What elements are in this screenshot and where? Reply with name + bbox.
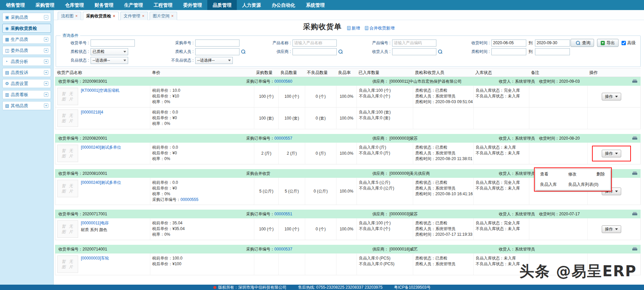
print-icon[interactable] xyxy=(632,171,637,176)
purchase-order-link[interactable]: 00000560 xyxy=(274,79,292,84)
expand-icon[interactable]: + xyxy=(44,48,48,53)
advanced-checkbox-label[interactable]: 高级 xyxy=(622,40,636,46)
print-icon[interactable] xyxy=(632,136,637,141)
query-select[interactable]: --请选择-- xyxy=(195,57,233,64)
purchase-order-link[interactable]: 00000551 xyxy=(274,212,292,216)
nav-item[interactable]: 系统管理 xyxy=(301,0,330,10)
query-input[interactable] xyxy=(292,40,337,47)
tab-close-icon[interactable]: × xyxy=(75,14,78,18)
tab-close-icon[interactable]: × xyxy=(171,14,174,18)
table-header-row: 收货产品名称单价采购数量良品数量不良品数量良品率已入库数量质检和收货人员入库状态… xyxy=(55,68,641,77)
sidebar-item[interactable]: ◉采购收货质检 xyxy=(2,24,51,33)
purchase-order-link[interactable]: 00000555 xyxy=(180,197,198,202)
sidebar-item[interactable]: ▤品质投诉+ xyxy=(2,68,51,77)
operation-button[interactable]: 操作 xyxy=(602,93,621,100)
query-input[interactable] xyxy=(195,40,239,47)
receipt-number: 收货单编号：20200717001 xyxy=(55,211,243,217)
price-cell: 税前单价：0.0税后单价：¥0税率：0% xyxy=(150,143,254,164)
merge-add-button[interactable]: 合并收货新增 xyxy=(365,25,395,31)
query-input[interactable] xyxy=(292,48,337,55)
nav-item[interactable]: 办公自动化 xyxy=(266,0,301,10)
add-button[interactable]: 新增 xyxy=(347,25,360,31)
tab[interactable]: 流程图× xyxy=(58,12,81,20)
expand-icon[interactable]: + xyxy=(44,103,48,108)
expand-icon[interactable]: + xyxy=(44,70,48,75)
print-icon[interactable] xyxy=(632,247,637,251)
nav-item[interactable]: 人力资源 xyxy=(237,0,266,10)
collapse-icon[interactable]: − xyxy=(44,15,48,19)
product-link[interactable]: [00000011]电容 xyxy=(81,221,109,225)
main-content: 流程图×采购收货质检×文件管理×图片空间× 采购收货单 新增合并收货新增 查询条… xyxy=(54,10,644,290)
receipt-group-header: 收货单编号：20200903001采购订单编号：00000560供应商： [00… xyxy=(55,77,641,86)
menu-item[interactable]: 删除 xyxy=(592,169,610,179)
nav-item[interactable]: 品质管理 xyxy=(207,0,237,10)
query-input[interactable] xyxy=(91,40,135,47)
sidebar-item[interactable]: ▧其他品质+ xyxy=(2,101,51,110)
query-select[interactable]: --请选择-- xyxy=(91,57,128,64)
query-input[interactable] xyxy=(392,48,436,55)
tab-close-icon[interactable]: × xyxy=(142,14,145,18)
nav-item[interactable]: 仓库管理 xyxy=(60,0,89,10)
nav-item[interactable]: 工程管理 xyxy=(148,0,178,10)
price-cell: 税前单价：0.0税后单价：¥0税率：0%采购订单编号：00000555 xyxy=(150,178,254,205)
search-icon[interactable] xyxy=(241,49,246,54)
sidebar-item[interactable]: ▣采购品质− xyxy=(2,13,51,22)
sidebar-item[interactable]: ▥品质看板+ xyxy=(2,90,51,99)
product-link[interactable]: [00000218]4 xyxy=(81,110,103,115)
product-link[interactable]: [00000240]测试多单位 xyxy=(81,180,121,185)
tab-close-icon[interactable]: × xyxy=(113,14,115,18)
tab[interactable]: 文件管理× xyxy=(120,12,148,20)
advanced-checkbox[interactable] xyxy=(622,41,626,45)
date-to-input[interactable] xyxy=(535,48,570,55)
sidebar-item[interactable]: ▦生产品质+ xyxy=(2,35,51,44)
export-button[interactable]: 导出 xyxy=(597,39,619,47)
search-button[interactable]: 查询 xyxy=(571,39,594,47)
print-icon[interactable] xyxy=(632,212,637,216)
nav-item[interactable]: 委外管理 xyxy=(178,0,207,10)
supplier-info: 供应商： [00000003]紫苏 xyxy=(369,211,495,217)
menu-item[interactable]: 良品入库列表(0) xyxy=(564,179,604,190)
sidebar-item[interactable]: ◔品质分析+ xyxy=(2,57,51,66)
nav-item[interactable]: 采购管理 xyxy=(30,0,60,10)
expand-icon[interactable]: + xyxy=(44,92,48,97)
storage-status-cell: 良品入库状态：未入库不良品入库状态：未入库 xyxy=(474,143,529,164)
stored-cell: 良品入库:0 (斤)不良品入库:0 (斤) xyxy=(357,143,413,164)
rate-cell: 100.0% xyxy=(336,143,357,164)
nav-item[interactable]: 财务管理 xyxy=(89,0,119,10)
query-input[interactable] xyxy=(392,40,436,47)
sidebar-item[interactable]: ⚙品质设置+ xyxy=(2,79,51,88)
search-icon[interactable] xyxy=(438,49,442,54)
sidebar-item[interactable]: ◫委外品质+ xyxy=(2,46,51,55)
receipt-date: 收货时间：2020-09-03 xyxy=(536,79,632,84)
menu-item[interactable]: 修改 xyxy=(564,169,592,179)
query-select[interactable]: 已质检 xyxy=(91,48,128,55)
operation-button[interactable]: 操作 xyxy=(602,225,621,233)
product-link[interactable]: [00000240]测试多单位 xyxy=(81,145,121,150)
purchase-order-link[interactable]: 00000557 xyxy=(274,136,292,141)
product-link[interactable]: [KT00001]空调压缩机 xyxy=(81,88,119,93)
print-icon[interactable] xyxy=(632,79,637,84)
nav-item[interactable]: 生产管理 xyxy=(119,0,148,10)
product-link[interactable]: [00000003]车轮 xyxy=(81,256,109,261)
search-icon[interactable] xyxy=(338,49,343,54)
qty-cell xyxy=(254,253,279,275)
menu-item[interactable]: 良品入库 xyxy=(536,179,564,190)
nav-item[interactable]: 销售管理 xyxy=(1,0,30,10)
date-from-input[interactable] xyxy=(491,48,526,55)
tab[interactable]: 图片空间× xyxy=(150,12,177,20)
tab[interactable]: 采购收货质检× xyxy=(83,12,119,20)
expand-icon[interactable]: + xyxy=(44,81,48,86)
expand-icon[interactable]: + xyxy=(44,37,48,42)
no-image-placeholder: 暂 无图 片 xyxy=(57,220,78,238)
expand-icon[interactable]: + xyxy=(44,59,48,64)
page-title: 采购收货单 xyxy=(303,22,342,32)
good-qty-cell: 100 (套) xyxy=(279,107,305,129)
good-qty-cell: 100 (个) xyxy=(279,86,305,107)
operation-button[interactable]: 操作 xyxy=(602,150,621,157)
qty-cell: 5 (公斤) xyxy=(254,178,279,205)
date-from-input[interactable] xyxy=(491,40,526,47)
query-input[interactable] xyxy=(195,48,239,55)
menu-item[interactable]: 查看 xyxy=(536,169,564,179)
purchase-order-link[interactable]: 00000537 xyxy=(274,247,292,251)
date-to-input[interactable] xyxy=(535,40,570,47)
